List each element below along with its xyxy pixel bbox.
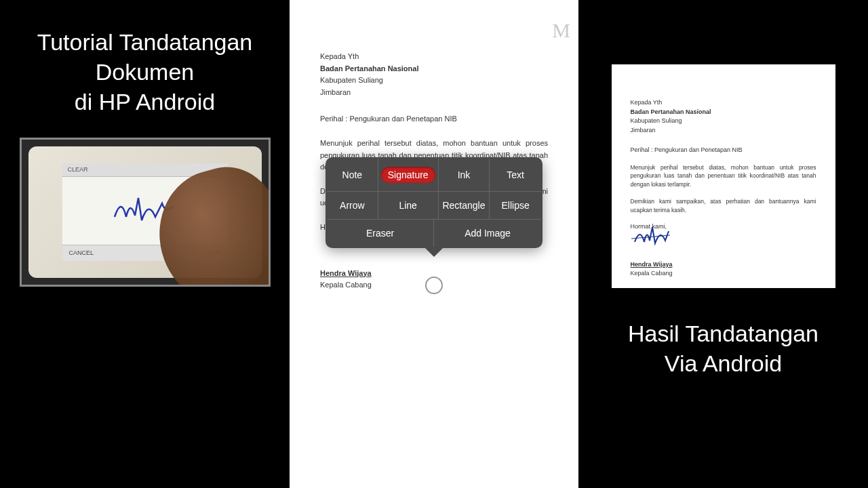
doc-address-4: Jimbaran <box>320 87 548 99</box>
result-document: Kepada Yth Badan Pertanahan Nasional Kab… <box>612 64 835 288</box>
right-panel: Kepada Yth Badan Pertanahan Nasional Kab… <box>578 0 868 488</box>
arrow-tool-button[interactable]: Arrow <box>327 192 378 220</box>
phone-photo: CLEAR CANCEL ADD <box>20 138 271 287</box>
title-line-1: Tutorial Tandatangan <box>37 27 253 57</box>
drag-handle-icon[interactable] <box>425 277 443 294</box>
cancel-button-label: CANCEL <box>69 249 94 256</box>
result-signature-icon <box>628 222 675 252</box>
result-subject: Perihal : Pengukuran dan Penetapan NIB <box>631 146 816 155</box>
result-title: Hasil Tandatangan Via Android <box>628 319 818 378</box>
center-panel: M Kepada Yth Badan Pertanahan Nasional K… <box>290 0 578 488</box>
result-title-line-1: Hasil Tandatangan <box>628 319 818 348</box>
doc-address-3: Kabupaten Suliang <box>320 75 548 87</box>
doc-subject: Perihal : Pengukuran dan Penetapan NIB <box>320 113 548 125</box>
eraser-tool-button[interactable]: Eraser <box>327 220 434 247</box>
note-tool-button[interactable]: Note <box>327 159 378 192</box>
left-panel: Tutorial Tandatangan Dokumen di HP Andro… <box>0 0 290 488</box>
clear-button-label: CLEAR <box>68 166 88 173</box>
result-body: Menunjuk perihal tersebut diatas, mohon … <box>631 163 816 189</box>
ink-tool-button[interactable]: Ink <box>439 159 490 192</box>
add-image-tool-button[interactable]: Add Image <box>434 220 541 247</box>
title-line-3: di HP Android <box>37 87 253 117</box>
result-address-2: Badan Pertanahan Nasional <box>631 108 816 117</box>
result-title-line-2: Via Android <box>628 348 818 378</box>
annotation-tool-popup: Note Signature Ink Text Arrow Line Recta… <box>326 157 542 248</box>
watermark-letter: M <box>552 19 570 42</box>
result-signer-title: Kepala Cabang <box>631 269 816 279</box>
rectangle-tool-button[interactable]: Rectangle <box>439 192 490 220</box>
line-tool-button[interactable]: Line <box>378 192 439 220</box>
doc-address-2: Badan Pertanahan Nasional <box>320 63 548 75</box>
title-line-2: Dokumen <box>37 57 253 87</box>
ellipse-tool-button[interactable]: Ellipse <box>490 192 541 220</box>
signature-tool-button[interactable]: Signature <box>378 159 439 192</box>
doc-address-1: Kepada Yth <box>320 51 548 63</box>
result-address-4: Jimbaran <box>631 126 816 136</box>
tutorial-title: Tutorial Tandatangan Dokumen di HP Andro… <box>37 27 253 117</box>
popup-tail-icon <box>425 247 443 257</box>
result-closing: Demikian kami sampaikan, atas perhatian … <box>631 197 816 215</box>
text-tool-button[interactable]: Text <box>490 159 541 192</box>
result-address-1: Kepada Yth <box>631 98 816 108</box>
result-signer-name: Hendra Wijaya <box>631 260 816 270</box>
result-address-3: Kabupaten Suliang <box>631 117 816 126</box>
